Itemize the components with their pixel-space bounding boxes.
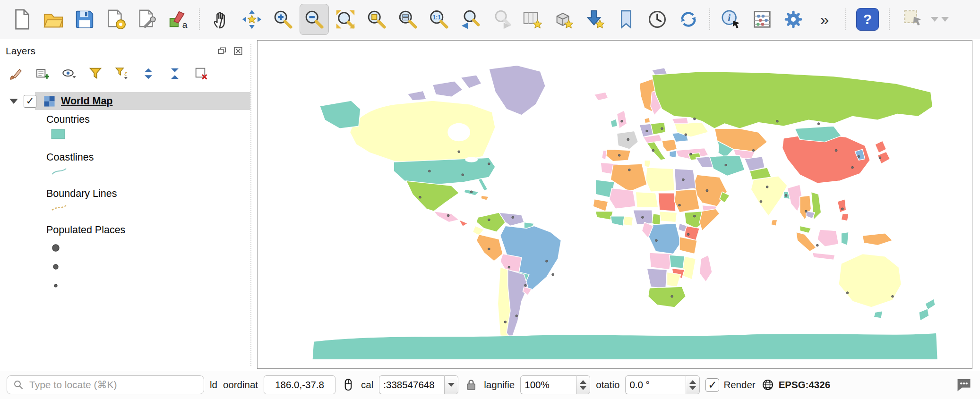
zoom-to-layer-button[interactable] [393, 4, 422, 35]
select-features-button[interactable] [899, 4, 928, 35]
toolbar-more-dropdown-icon[interactable] [941, 17, 949, 22]
lock-scale-button[interactable] [464, 378, 478, 392]
legend-item-coastlines[interactable]: Coastlines [46, 149, 250, 178]
manage-map-themes-button[interactable] [60, 65, 78, 83]
select-tool-dropdown-icon[interactable] [931, 17, 938, 22]
collapse-all-button[interactable] [165, 65, 184, 83]
locator-search-input[interactable] [28, 379, 198, 391]
expand-all-icon [141, 66, 156, 81]
help-button[interactable]: ? [856, 8, 879, 31]
temporal-controller-button[interactable] [643, 4, 672, 35]
render-checkbox[interactable]: ✓ [705, 378, 719, 392]
open-folder-icon [43, 8, 64, 30]
legend-item-boundary-lines[interactable]: Boundary Lines [46, 185, 250, 215]
magnifier-spinbox [520, 375, 590, 394]
magnifier-label-fragment: lagnifie [484, 379, 515, 391]
main-area: Layers ε ✓ [0, 39, 980, 371]
expander-icon[interactable] [9, 99, 18, 104]
refresh-button[interactable] [674, 4, 703, 35]
bookmarks-icon [615, 8, 637, 30]
identify-features-button[interactable]: i [716, 4, 746, 35]
layers-panel: Layers ε ✓ [0, 39, 250, 371]
new-print-layout-button[interactable] [101, 4, 130, 35]
new-3d-view-icon [553, 8, 575, 30]
new-spatial-bookmark-button[interactable] [580, 4, 610, 35]
boundary-dashed-symbol [51, 203, 250, 215]
zoom-in-button[interactable] [268, 4, 298, 35]
filter-by-expression-button[interactable]: ε [112, 65, 131, 83]
zoom-selection-icon [366, 8, 387, 30]
layer-group-row[interactable]: ✓ World Map [6, 91, 250, 111]
new-3d-map-view-button[interactable] [549, 4, 578, 35]
checkmark-icon: ✓ [26, 95, 34, 107]
project-open-button[interactable] [39, 4, 68, 35]
zoom-layer-icon [397, 8, 419, 30]
add-group-icon [35, 66, 50, 81]
save-floppy-icon [74, 8, 95, 30]
toolbar-separator [845, 8, 846, 30]
zoom-in-icon [272, 8, 294, 30]
world-map [301, 60, 946, 365]
crs-status-button[interactable]: EPSG:4326 [761, 378, 830, 391]
search-icon [13, 379, 24, 391]
step-up-icon [689, 380, 696, 384]
panel-splitter[interactable] [250, 44, 257, 366]
legend-item-populated-places[interactable]: Populated Places [46, 221, 250, 295]
zoom-to-selection-button[interactable] [362, 4, 391, 35]
toolbar-overflow-button[interactable]: » [810, 4, 839, 35]
zoom-out-button[interactable] [300, 4, 329, 35]
coastlines-line-symbol [51, 167, 250, 178]
zoom-next-icon [490, 8, 512, 30]
pan-to-selection-button[interactable] [237, 4, 266, 35]
rotation-steppers[interactable] [686, 375, 700, 394]
funnel-icon [88, 66, 103, 81]
show-layout-manager-button[interactable] [132, 4, 162, 35]
zoom-next-button[interactable] [487, 4, 516, 35]
zoom-full-icon [335, 8, 356, 30]
show-spatial-bookmarks-button[interactable] [611, 4, 641, 35]
zoom-native-resolution-button[interactable]: 1:1 [424, 4, 454, 35]
layer-group-checkbox[interactable]: ✓ [24, 95, 36, 108]
scale-label-fragment: cal [361, 379, 373, 391]
zoom-native-icon: 1:1 [428, 8, 450, 30]
toggle-extents-button[interactable] [341, 378, 355, 392]
crs-label: EPSG:4326 [779, 379, 830, 391]
remove-layer-button[interactable] [192, 65, 211, 83]
panel-close-button[interactable] [232, 45, 244, 57]
zoom-last-button[interactable] [456, 4, 485, 35]
rotation-spinbox [625, 375, 700, 394]
pan-map-button[interactable] [206, 4, 235, 35]
legend-item-countries[interactable]: Countries [46, 111, 250, 142]
statistical-summary-button[interactable] [748, 4, 777, 35]
filter-legend-button[interactable] [86, 65, 105, 83]
pan-hand-icon [210, 8, 232, 30]
locator-search-box[interactable] [7, 375, 204, 394]
chevron-down-icon [448, 383, 455, 387]
scale-input[interactable] [379, 375, 444, 394]
open-layer-styling-button[interactable] [7, 65, 26, 83]
clock-icon [646, 8, 668, 30]
zoom-full-extent-button[interactable] [331, 4, 360, 35]
add-group-button[interactable] [33, 65, 52, 83]
svg-text:a: a [182, 20, 188, 30]
step-up-icon [580, 380, 586, 384]
style-manager-icon: a [167, 8, 189, 30]
scale-dropdown-button[interactable] [444, 375, 458, 394]
coordinate-input[interactable] [264, 375, 335, 394]
main-toolbar: a 1:1 i » ? [0, 0, 980, 39]
messages-button[interactable] [954, 375, 973, 394]
expand-all-button[interactable] [139, 65, 158, 83]
panel-float-button[interactable] [216, 45, 228, 57]
new-map-view-button[interactable] [518, 4, 547, 35]
magnifier-steppers[interactable] [576, 375, 590, 394]
render-toggle[interactable]: ✓ Render [705, 378, 755, 392]
lock-icon [464, 378, 478, 392]
project-new-button[interactable] [8, 4, 37, 35]
options-button[interactable] [779, 4, 808, 35]
magnifier-input[interactable] [520, 375, 576, 394]
style-manager-button[interactable]: a [163, 4, 193, 35]
rotation-input[interactable] [625, 375, 686, 394]
map-canvas[interactable] [257, 40, 972, 369]
project-save-button[interactable] [70, 4, 99, 35]
message-bubble-icon [956, 377, 972, 393]
